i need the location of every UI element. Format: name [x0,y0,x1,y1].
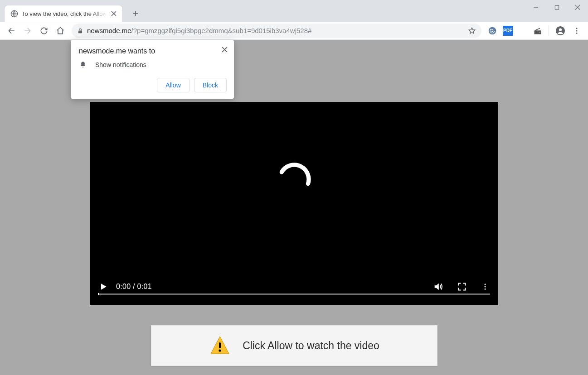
svg-point-13 [485,286,486,288]
bell-icon [79,61,87,69]
window-close-button[interactable] [567,0,588,14]
video-volume-icon[interactable] [433,282,443,292]
svg-point-5 [539,31,540,33]
nav-home-button[interactable] [53,23,68,38]
profile-avatar-icon[interactable] [553,23,568,38]
lock-icon [77,28,83,34]
svg-point-9 [576,30,578,31]
video-player[interactable]: 0:00 / 0:01 [90,102,498,305]
new-tab-button[interactable] [129,7,142,20]
video-fullscreen-icon[interactable] [457,282,467,291]
extension-radio-icon[interactable] [531,24,544,37]
svg-point-14 [485,288,486,290]
prompt-close-icon[interactable] [219,44,229,54]
browser-toolbar: newsmode.me/?p=gmzggzlfgi5gi3bpge2dmmq&s… [0,22,588,40]
loading-spinner-icon [276,161,312,197]
extension-pdf-icon[interactable]: PDF [501,24,514,37]
svg-rect-1 [555,5,559,9]
svg-rect-15 [219,342,221,348]
window-maximize-button[interactable] [546,0,567,14]
banner-message: Click Allow to watch the video [243,340,379,352]
svg-point-7 [559,28,562,31]
url-path: /?p=gmzggzlfgi5gi3bpge2dmmq&sub1=9d015ib… [131,27,312,34]
nav-back-button[interactable] [4,23,19,38]
svg-point-3 [489,27,496,34]
extension-spiral-icon[interactable] [486,24,499,37]
svg-point-12 [485,284,486,285]
svg-point-11 [276,161,312,197]
svg-point-8 [576,28,578,29]
video-progress-bar[interactable] [98,293,490,295]
svg-point-10 [576,32,578,34]
globe-icon [10,10,18,18]
address-bar[interactable]: newsmode.me/?p=gmzggzlfgi5gi3bpge2dmmq&s… [72,24,481,38]
nav-reload-button[interactable] [36,23,52,38]
video-controls: 0:00 / 0:01 [90,282,498,292]
warning-icon [209,335,231,356]
allow-button[interactable]: Allow [157,78,189,92]
browser-titlebar: To view the video, click the Allow [0,0,588,22]
toolbar-divider [549,26,549,36]
video-menu-icon[interactable] [481,283,489,291]
bookmark-star-icon[interactable] [468,27,476,35]
svg-point-16 [219,349,221,351]
window-minimize-button[interactable] [525,0,546,14]
tab-title: To view the video, click the Allow [22,10,107,17]
browser-tab[interactable]: To view the video, click the Allow [5,5,122,22]
url-domain: newsmode.me [87,27,131,34]
browser-menu-icon[interactable] [569,23,584,38]
prompt-title: newsmode.me wants to [79,47,227,55]
svg-rect-2 [78,30,82,33]
nav-forward-button[interactable] [20,23,35,38]
block-button[interactable]: Block [194,78,227,92]
prompt-permission-text: Show notifications [95,61,146,68]
video-play-icon[interactable] [99,282,108,291]
video-time-display: 0:00 / 0:01 [116,283,152,291]
tab-close-icon[interactable] [110,10,118,18]
allow-banner: Click Allow to watch the video [151,325,437,366]
window-controls [525,0,588,14]
notification-permission-prompt: newsmode.me wants to Show notifications … [71,40,234,99]
